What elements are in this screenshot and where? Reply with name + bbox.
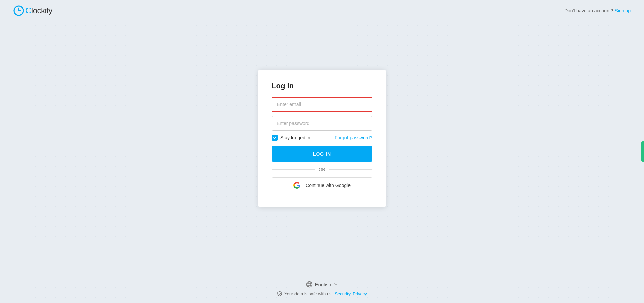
green-bar [641,141,644,162]
language-selector[interactable]: English [306,281,338,288]
stay-logged-left: Stay logged in [272,135,310,141]
svg-point-2 [308,282,311,287]
login-title: Log In [272,82,372,90]
or-line-right [329,169,372,170]
or-line-left [272,169,315,170]
main-content: Log In Stay logged in Forgot password? L… [0,0,644,303]
google-button-label: Continue with Google [306,183,351,188]
shield-icon [277,291,282,296]
security-link[interactable]: Security [335,291,351,296]
stay-logged-checkbox[interactable] [272,135,278,141]
email-field-group [272,97,372,112]
login-button[interactable]: LOG IN [272,146,372,162]
security-text: Your data is safe with us: [284,291,333,296]
globe-icon [306,281,313,288]
login-card: Log In Stay logged in Forgot password? L… [258,70,386,207]
svg-point-1 [307,282,312,287]
stay-logged-label: Stay logged in [280,135,310,140]
privacy-link[interactable]: Privacy [353,291,367,296]
checkmark-icon [273,136,277,140]
stay-logged-row: Stay logged in Forgot password? [272,135,372,141]
security-row: Your data is safe with us: Security Priv… [277,291,367,296]
password-field-group [272,116,372,131]
google-icon [293,182,300,189]
footer: English Your data is safe with us: Secur… [0,281,644,296]
chevron-down-icon [333,282,338,287]
google-button[interactable]: Continue with Google [272,177,372,193]
forgot-password-link[interactable]: Forgot password? [335,135,372,140]
or-divider: OR [272,167,372,172]
language-label: English [315,282,331,287]
password-input[interactable] [272,116,372,131]
or-text: OR [319,167,325,172]
email-input[interactable] [272,97,372,112]
